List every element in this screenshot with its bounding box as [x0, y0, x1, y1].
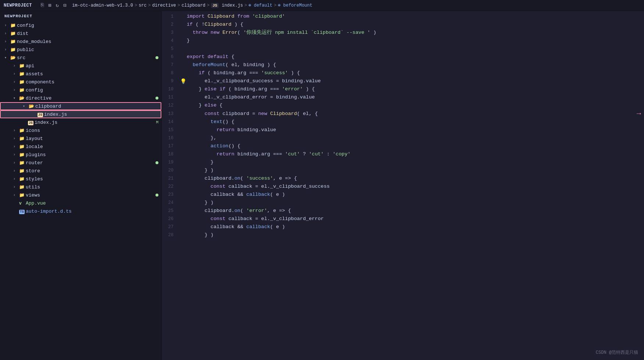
- code-line: 9💡 el._v_clipboard_success = binding.val…: [162, 77, 644, 85]
- line-content: throw new Error( '你须先运行 npm install `cli…: [187, 29, 641, 37]
- tree-label: clipboard: [35, 104, 161, 109]
- line-number: 9: [165, 79, 179, 84]
- folder-icon: 📁: [10, 31, 17, 36]
- line-number: 14: [165, 119, 179, 125]
- sidebar-item-plugins[interactable]: ›📁plugins: [0, 151, 161, 159]
- sidebar-item-node_modules[interactable]: ›📁node_modules: [0, 37, 161, 46]
- code-line: 4}: [162, 37, 644, 45]
- sidebar-item-store[interactable]: ›📁store: [0, 167, 161, 175]
- tree-arrow: ›: [4, 24, 10, 28]
- tree-label: plugins: [26, 152, 161, 158]
- line-content: return binding.arg === 'cut' ? 'cut' : '…: [187, 150, 641, 158]
- tree-arrow: ›: [13, 177, 19, 181]
- tree-label: config: [17, 23, 161, 28]
- line-content: } ): [187, 166, 641, 174]
- bc-sep-5: >: [244, 3, 247, 8]
- sidebar-item-Appvue[interactable]: VApp.vue: [0, 199, 161, 207]
- modified-badge: M: [156, 120, 158, 125]
- sidebar-item-indexjs[interactable]: JSindex.js: [0, 110, 161, 118]
- sidebar-item-styles[interactable]: ›📁styles: [0, 175, 161, 183]
- line-number: 17: [165, 144, 179, 149]
- bc-clipboard: clipboard: [182, 3, 205, 8]
- line-content: if ( binding.arg === 'success' ) {: [187, 69, 641, 77]
- folder-icon: 📁: [19, 144, 26, 150]
- line-content: }: [187, 37, 641, 45]
- bulb-icon[interactable]: 💡: [180, 78, 186, 84]
- line-content: clipboard.on( 'error', e => {: [187, 207, 641, 215]
- sidebar-item-layout[interactable]: ›📁layout: [0, 134, 161, 143]
- line-number: 2: [165, 22, 179, 27]
- folder-icon: 📁: [19, 136, 26, 141]
- editor: 1import Clipboard from 'clipboard'2if ( …: [162, 11, 644, 360]
- tree-label: api: [26, 63, 161, 69]
- code-line: 5: [162, 45, 644, 53]
- new-file-icon[interactable]: ⎘: [41, 2, 44, 8]
- sidebar-item-dist[interactable]: ›📁dist: [0, 29, 161, 37]
- line-number: 20: [165, 168, 179, 173]
- modified-dot: [155, 194, 158, 197]
- collapse-icon[interactable]: ⊟: [63, 2, 66, 8]
- folder-icon: 📂: [19, 96, 26, 101]
- sidebar-item-locale[interactable]: ›📁locale: [0, 143, 161, 151]
- sidebar-item-config[interactable]: ›📁config: [0, 21, 161, 29]
- sidebar-item-clipboard[interactable]: ▾📂clipboard: [0, 102, 161, 110]
- sidebar-item-router[interactable]: ›📁router: [0, 159, 161, 167]
- tree-arrow: ›: [13, 137, 19, 141]
- code-line: 14 text() {: [162, 118, 644, 126]
- line-content: if ( !Clipboard ) {: [187, 21, 641, 29]
- code-line: 8 if ( binding.arg === 'success' ) {: [162, 69, 644, 77]
- line-number: 21: [165, 176, 179, 181]
- sidebar: NEWPROJECT ›📁config›📁dist›📁node_modules›…: [0, 11, 162, 360]
- sidebar-item-src[interactable]: ▾📂src: [0, 54, 161, 62]
- line-number: 23: [165, 192, 179, 197]
- sidebar-item-assets[interactable]: ›📁assets: [0, 70, 161, 78]
- sidebar-item-components[interactable]: ›📁components: [0, 78, 161, 86]
- tree-label: public: [17, 47, 161, 53]
- code-line: 28 } ): [162, 231, 644, 239]
- tree-arrow: ›: [13, 72, 19, 76]
- sidebar-item-utils[interactable]: ›📁utils: [0, 183, 161, 191]
- line-number: 7: [165, 62, 179, 68]
- tree-label: index.js: [44, 112, 161, 117]
- sidebar-item-views[interactable]: ›📁views: [0, 191, 161, 199]
- bc-project: im-otc-admin-web-v1.3.0: [72, 3, 133, 8]
- folder-icon: 📁: [19, 63, 26, 69]
- sidebar-item-auto-importd.ts[interactable]: TSauto-import.d.ts: [0, 207, 161, 215]
- sidebar-item-public[interactable]: ›📁public: [0, 46, 161, 54]
- code-line: 13 const clipboard = new Clipboard( el, …: [162, 109, 644, 118]
- new-folder-icon[interactable]: ⊞: [48, 2, 51, 8]
- watermark: CSDN @范特西是只猫: [596, 349, 638, 356]
- folder-icon: 📁: [19, 79, 26, 85]
- line-content: callback && callback( e ): [187, 223, 641, 231]
- sidebar-item-icons[interactable]: ›📁icons: [0, 126, 161, 134]
- folder-icon: 📁: [10, 23, 17, 28]
- sidebar-item-api[interactable]: ›📁api: [0, 62, 161, 70]
- title-icons: ⎘ ⊞ ↻ ⊟: [41, 2, 66, 8]
- line-content: }: [187, 158, 641, 166]
- folder-icon: 📁: [10, 39, 17, 44]
- tree-label: styles: [26, 176, 161, 182]
- tree-label: assets: [26, 71, 161, 77]
- tree-arrow: ›: [4, 32, 10, 36]
- editor-content[interactable]: 1import Clipboard from 'clipboard'2if ( …: [162, 11, 644, 360]
- sidebar-item-indexjs[interactable]: JSindex.jsM: [0, 118, 161, 126]
- sidebar-header: NEWPROJECT: [0, 11, 161, 21]
- tree-arrow: ›: [13, 185, 19, 189]
- modified-dot: [155, 161, 158, 164]
- tree-label: App.vue: [26, 201, 161, 206]
- line-content: callback && callback( e ): [187, 191, 641, 199]
- line-number: 15: [165, 127, 179, 133]
- modified-dot: [155, 97, 158, 100]
- bc-js-badge: JS: [211, 3, 219, 8]
- tree-label: components: [26, 79, 161, 85]
- tree-label: node_modules: [17, 39, 161, 44]
- line-number: 3: [165, 30, 179, 35]
- tree-label: dist: [17, 31, 161, 36]
- bc-sep-6: >: [274, 3, 276, 8]
- refresh-icon[interactable]: ↻: [56, 2, 58, 8]
- sidebar-item-directive[interactable]: ▾📂directive: [0, 94, 161, 102]
- folder-icon: 📁: [19, 160, 26, 166]
- folder-icon: 📁: [10, 47, 17, 53]
- sidebar-item-config[interactable]: ›📁config: [0, 86, 161, 94]
- line-content: export default {: [187, 53, 641, 61]
